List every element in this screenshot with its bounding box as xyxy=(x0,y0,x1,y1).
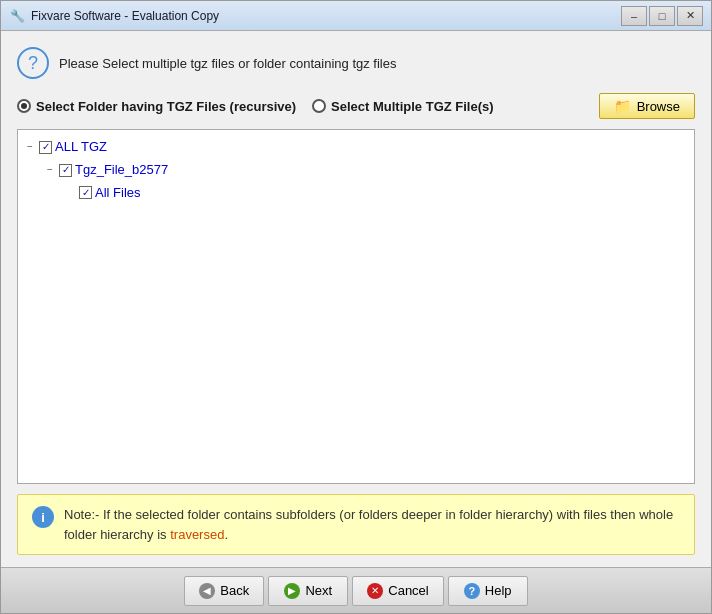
radio-files-circle[interactable] xyxy=(312,99,326,113)
note-highlight: traversed xyxy=(170,527,224,542)
window-controls: – □ ✕ xyxy=(621,6,703,26)
maximize-button[interactable]: □ xyxy=(649,6,675,26)
tree-node-label: Tgz_File_b2577 xyxy=(75,160,168,181)
radio-folder-circle[interactable] xyxy=(17,99,31,113)
back-label: Back xyxy=(220,583,249,598)
browse-label: Browse xyxy=(637,99,680,114)
help-button[interactable]: ? Help xyxy=(448,576,528,606)
cancel-label: Cancel xyxy=(388,583,428,598)
next-icon: ▶ xyxy=(284,583,300,599)
tree-expander-icon[interactable]: − xyxy=(24,141,36,153)
tree-node[interactable]: ✓All Files xyxy=(64,182,688,205)
header-text: Please Select multiple tgz files or fold… xyxy=(59,56,396,71)
minimize-button[interactable]: – xyxy=(621,6,647,26)
tree-expander-icon[interactable]: − xyxy=(44,164,56,176)
radio-files[interactable]: Select Multiple TGZ File(s) xyxy=(312,99,494,114)
radio-folder[interactable]: Select Folder having TGZ Files (recursiv… xyxy=(17,99,296,114)
browse-icon: 📁 xyxy=(614,98,631,114)
tree-node[interactable]: −✓Tgz_File_b2577 xyxy=(44,159,688,182)
tree-checkbox[interactable]: ✓ xyxy=(59,164,72,177)
info-icon: i xyxy=(32,506,54,528)
title-bar: 🔧 Fixvare Software - Evaluation Copy – □… xyxy=(1,1,711,31)
next-button[interactable]: ▶ Next xyxy=(268,576,348,606)
tree-checkbox[interactable]: ✓ xyxy=(39,141,52,154)
close-button[interactable]: ✕ xyxy=(677,6,703,26)
footer: ◀ Back ▶ Next ✕ Cancel ? Help xyxy=(1,567,711,613)
tree-node[interactable]: −✓ALL TGZ xyxy=(24,136,688,159)
main-window: 🔧 Fixvare Software - Evaluation Copy – □… xyxy=(0,0,712,614)
tree-node-label: All Files xyxy=(95,183,141,204)
tree-node-label: ALL TGZ xyxy=(55,137,107,158)
cancel-button[interactable]: ✕ Cancel xyxy=(352,576,443,606)
app-icon: 🔧 xyxy=(9,8,25,24)
radio-files-label: Select Multiple TGZ File(s) xyxy=(331,99,494,114)
help-label: Help xyxy=(485,583,512,598)
back-icon: ◀ xyxy=(199,583,215,599)
note-text-part2: . xyxy=(224,527,228,542)
back-button[interactable]: ◀ Back xyxy=(184,576,264,606)
tree-checkbox[interactable]: ✓ xyxy=(79,186,92,199)
help-icon: ? xyxy=(464,583,480,599)
header-row: ? Please Select multiple tgz files or fo… xyxy=(17,43,695,83)
window-title: Fixvare Software - Evaluation Copy xyxy=(31,9,621,23)
cancel-icon: ✕ xyxy=(367,583,383,599)
content-area: ? Please Select multiple tgz files or fo… xyxy=(1,31,711,567)
browse-button[interactable]: 📁 Browse xyxy=(599,93,695,119)
options-row: Select Folder having TGZ Files (recursiv… xyxy=(17,93,695,119)
radio-folder-label: Select Folder having TGZ Files (recursiv… xyxy=(36,99,296,114)
question-icon: ? xyxy=(17,47,49,79)
note-area: i Note:- If the selected folder contains… xyxy=(17,494,695,555)
next-label: Next xyxy=(305,583,332,598)
note-text: Note:- If the selected folder contains s… xyxy=(64,505,680,544)
file-tree[interactable]: −✓ALL TGZ−✓Tgz_File_b2577✓All Files xyxy=(17,129,695,484)
note-text-part1: Note:- If the selected folder contains s… xyxy=(64,507,673,542)
